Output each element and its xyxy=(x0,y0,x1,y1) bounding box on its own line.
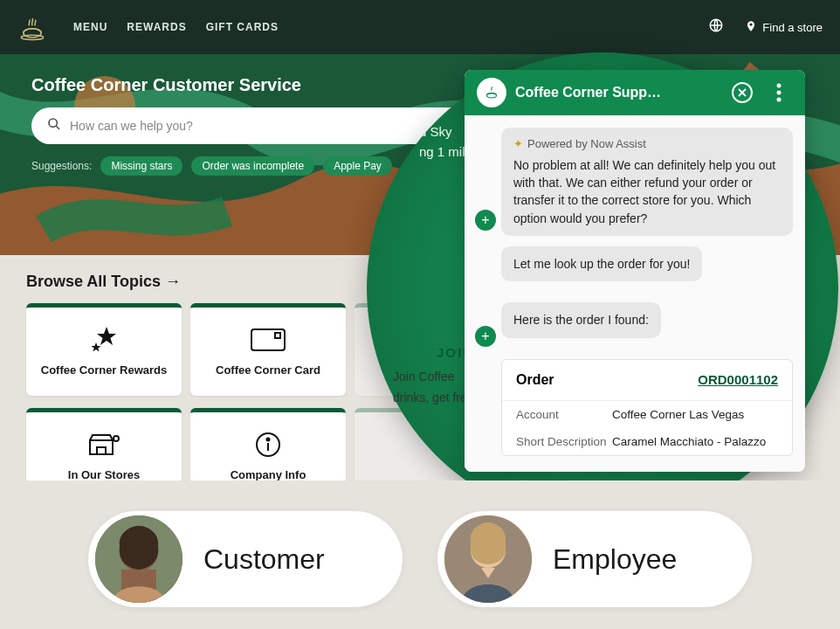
find-store-label: Find a store xyxy=(762,21,823,34)
avatar xyxy=(95,515,182,603)
nav-rewards[interactable]: REWARDS xyxy=(127,21,186,33)
persona-customer[interactable]: Customer xyxy=(88,511,403,607)
find-store[interactable]: Find a store xyxy=(745,20,823,35)
topic-label: Coffee Corner Card xyxy=(216,363,320,377)
card-icon xyxy=(251,327,286,353)
order-field-value: Coffee Corner Las Vegas xyxy=(612,408,778,421)
svg-rect-8 xyxy=(275,333,280,338)
topic-label: Company Info xyxy=(231,468,306,481)
topic-label: In Our Stores xyxy=(68,468,140,481)
chat-message-text: No problem at all! We can definitely hel… xyxy=(513,158,775,225)
order-field-value: Caramel Macchiato - Palazzo xyxy=(612,435,778,448)
nav-giftcards[interactable]: GIFT CARDS xyxy=(206,21,279,33)
chip-apple-pay[interactable]: Apple Pay xyxy=(323,156,392,176)
topic-card[interactable]: Coffee Corner Card xyxy=(190,303,346,396)
expand-icon[interactable]: + xyxy=(475,326,496,347)
store-icon xyxy=(88,432,120,458)
chat-message: ✦ Powered by Now Assist No problem at al… xyxy=(501,128,793,236)
order-field-key: Short Description xyxy=(516,435,612,448)
expand-icon[interactable]: + xyxy=(475,210,496,231)
svg-point-16 xyxy=(777,98,781,102)
chat-message: Let me look up the order for you! xyxy=(501,246,702,281)
order-card: Order ORD0001102 Account Coffee Corner L… xyxy=(501,359,793,456)
nav-links: MENU REWARDS GIFT CARDS xyxy=(73,21,279,33)
chat-avatar xyxy=(477,78,506,107)
order-header: Order ORD0001102 xyxy=(502,360,792,401)
pin-icon xyxy=(745,20,757,35)
brand-logo[interactable] xyxy=(17,12,47,42)
chat-widget: Coffee Corner Supp… ✦ Powered by Now Ass… xyxy=(465,70,805,472)
join-sub: Join Coffee drinks, get fre xyxy=(393,367,467,409)
chat-menu-icon[interactable] xyxy=(765,79,793,107)
order-title: Order xyxy=(516,372,554,388)
persona-label: Customer xyxy=(203,543,325,576)
nav-right: Find a store xyxy=(708,17,823,37)
chat-body: ✦ Powered by Now Assist No problem at al… xyxy=(465,115,805,472)
chat-header: Coffee Corner Supp… xyxy=(465,70,805,115)
chat-message-text: Here is the order I found: xyxy=(513,313,649,327)
topic-rewards[interactable]: Coffee Corner Rewards xyxy=(26,303,182,396)
chip-missing-stars[interactable]: Missing stars xyxy=(100,156,182,176)
order-row: Account Coffee Corner Las Vegas xyxy=(502,401,792,428)
chat-message: Here is the order I found: xyxy=(501,302,661,337)
svg-point-15 xyxy=(777,91,781,95)
sparkle-icon: ✦ xyxy=(513,136,523,153)
search-icon xyxy=(47,117,61,135)
now-assist-badge: ✦ Powered by Now Assist xyxy=(513,136,781,153)
globe-icon[interactable] xyxy=(708,17,724,37)
minimize-chat-icon[interactable] xyxy=(728,79,756,107)
order-row: Short Description Caramel Macchiato - Pa… xyxy=(502,428,792,455)
chip-order-incomplete[interactable]: Order was incomplete xyxy=(191,156,314,176)
order-field-key: Account xyxy=(516,408,612,421)
persona-label: Employee xyxy=(553,543,677,576)
personas-section: Customer Employee xyxy=(0,480,840,629)
chat-title: Coffee Corner Supp… xyxy=(515,85,720,100)
svg-point-9 xyxy=(114,436,119,441)
star-icon xyxy=(89,327,119,353)
nav-left: MENU REWARDS GIFT CARDS xyxy=(17,12,279,42)
avatar xyxy=(444,515,532,603)
chat-message-text: Let me look up the order for you! xyxy=(513,257,690,271)
svg-point-14 xyxy=(777,84,781,88)
svg-point-11 xyxy=(267,439,270,441)
persona-employee[interactable]: Employee xyxy=(437,511,752,607)
suggestions-label: Suggestions: xyxy=(31,160,92,172)
top-nav: MENU REWARDS GIFT CARDS Find a store xyxy=(0,0,840,54)
svg-point-6 xyxy=(49,119,57,127)
info-icon xyxy=(255,432,281,458)
order-number-link[interactable]: ORD0001102 xyxy=(698,372,778,388)
nav-menu[interactable]: MENU xyxy=(73,21,107,33)
topic-label: Coffee Corner Rewards xyxy=(41,363,167,377)
